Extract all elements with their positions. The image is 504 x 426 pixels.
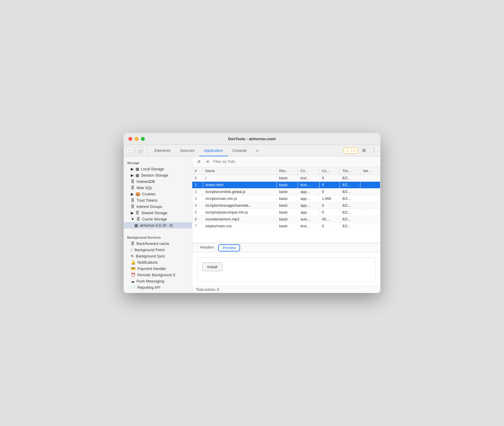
sidebar-item-session-storage[interactable]: ▶ ▦ Session Storage — [124, 172, 192, 178]
cache-table: # Name Res… Co… Co… Tim… Var… 0 / basic … — [192, 167, 380, 243]
table-row[interactable]: 1 /index.html basic text… 0 8/2… — [192, 182, 380, 189]
cell-res: basic — [276, 223, 298, 230]
cell-name: /index.html — [203, 182, 276, 189]
tab-more[interactable]: » — [251, 145, 263, 156]
cell-co1: text… — [298, 223, 319, 230]
sync-icon: ↻ — [131, 254, 134, 258]
sidebar-item-cookies[interactable]: ▶ 🍪 Cookies — [124, 191, 192, 197]
cell-res: basic — [276, 216, 298, 223]
bg-services-label: Background Services — [124, 233, 192, 240]
sidebar-item-bg-fetch[interactable]: ↕ Background Fetch — [124, 247, 192, 253]
tab-elements[interactable]: Elements — [150, 145, 175, 156]
cell-co1: aud… — [298, 216, 319, 223]
cell-name: /scripts/pwacompat.min.js — [203, 209, 276, 216]
content-area: ↺ ✕ # Name Res… Co… Co… Tim… V — [192, 156, 380, 293]
minimize-button[interactable] — [135, 137, 139, 141]
cell-id: 4 — [192, 202, 203, 209]
sidebar-item-reporting-api[interactable]: 📄 Reporting API — [124, 284, 192, 291]
sidebar-item-back-forward[interactable]: 🗄 Back/forward cache — [124, 240, 192, 247]
sidebar-item-cache-storage[interactable]: ▼ 🗄 Cache Storage — [124, 216, 192, 222]
sidebar-item-payment-handler[interactable]: 💳 Payment Handler — [124, 266, 192, 272]
install-button[interactable]: Install — [202, 263, 222, 271]
devtools-window: DevTools - airhorner.com/ ⬚ ⬜ Elements S… — [124, 133, 380, 293]
table-row[interactable]: 0 / basic text… 0 8/2… — [192, 175, 380, 182]
table-row[interactable]: 4 /scripts/messagechannela… basic app… 0… — [192, 202, 380, 209]
cell-time: 8/2… — [340, 209, 360, 216]
expand-arrow-icon: ▼ — [131, 217, 135, 221]
cell-co2: 1,460 — [319, 195, 340, 202]
sidebar-item-bg-sync[interactable]: ↻ Background Sync — [124, 253, 192, 259]
more-options-icon[interactable]: ⋮ — [370, 147, 378, 155]
table-row[interactable]: 5 /scripts/pwacompat.min.js basic app… 0… — [192, 209, 380, 216]
cell-res: basic — [276, 195, 298, 202]
cell-res: basic — [276, 182, 298, 189]
window-title: DevTools - airhorner.com/ — [228, 137, 276, 141]
clear-button[interactable]: ✕ — [204, 158, 211, 165]
table-row[interactable]: 6 /sounds/airhorn.mp3 basic aud… 40,… 8/… — [192, 216, 380, 223]
bottom-panel: Headers Preview Install — [192, 243, 380, 286]
sidebar-item-local-storage[interactable]: ▶ ▦ Local Storage — [124, 166, 192, 172]
cell-res: basic — [276, 189, 298, 195]
cell-var — [360, 195, 380, 202]
title-bar: DevTools - airhorner.com/ — [124, 133, 380, 145]
storage-db-icon: ▦ — [136, 167, 139, 171]
bell-icon: 🔔 — [131, 260, 136, 265]
close-button[interactable] — [128, 137, 132, 141]
sidebar-item-shared-storage[interactable]: ▶ 🗄 Shared Storage — [124, 210, 192, 216]
db-icon: 🗄 — [136, 211, 139, 215]
cell-co2: 0 — [319, 209, 340, 216]
db-icon: 🗄 — [131, 198, 135, 203]
sidebar-item-interest-groups[interactable]: 🗄 Interest Groups — [124, 203, 192, 210]
arrow-icon: ▶ — [131, 192, 134, 196]
cell-co1: text… — [298, 182, 319, 189]
filter-bar: ↺ ✕ — [192, 156, 380, 167]
cell-name: /scripts/comlink.global.js — [203, 189, 276, 195]
db-icon: 🗄 — [131, 241, 135, 246]
col-time: Tim… — [340, 167, 360, 175]
cell-id: 0 — [192, 175, 203, 182]
sidebar-item-cache-entry[interactable]: ▦ airhorner-0.6.20 - ht — [124, 222, 192, 229]
tab-sources[interactable]: Sources — [175, 145, 199, 156]
db-icon: 🗄 — [136, 217, 140, 221]
cell-co2: 0 — [319, 223, 340, 230]
tab-bar-icons: ⬚ ⬜ — [126, 145, 147, 156]
cell-co1: app… — [298, 189, 319, 195]
tab-headers[interactable]: Headers — [196, 243, 218, 252]
cell-id: 3 — [192, 195, 203, 202]
card-icon: 💳 — [131, 266, 136, 271]
arrow-icon: ▶ — [131, 167, 134, 171]
cell-co2: 0 — [319, 189, 340, 195]
db-icon: 🗄 — [131, 179, 135, 184]
table-header-row: # Name Res… Co… Co… Tim… Var… — [192, 167, 380, 175]
clock-icon: ⏰ — [131, 273, 136, 277]
cell-time: 8/2… — [340, 223, 360, 230]
warning-badge[interactable]: ⚠ ⚠ 2 — [344, 148, 358, 154]
table-row[interactable]: 3 /scripts/main.min.js basic app… 1,460 … — [192, 195, 380, 202]
settings-icon[interactable]: ⚙ — [360, 147, 368, 155]
sidebar-item-web-sql[interactable]: 🗄 Web SQL — [124, 185, 192, 191]
sidebar-item-periodic-bg-sync[interactable]: ⏰ Periodic Background S — [124, 272, 192, 278]
tab-console[interactable]: Console — [228, 145, 252, 156]
device-toolbar-icon[interactable]: ⬜ — [136, 147, 143, 155]
table-row[interactable]: 7 /styles/main.css basic text… 0 8/2… — [192, 223, 380, 230]
cell-time: 8/2… — [340, 189, 360, 195]
cookie-icon: 🍪 — [136, 192, 140, 196]
filter-input[interactable] — [213, 160, 377, 164]
sidebar-item-notifications[interactable]: 🔔 Notifications — [124, 259, 192, 266]
cell-var — [360, 223, 380, 230]
sidebar-item-indexeddb[interactable]: 🗄 IndexedDB — [124, 178, 192, 185]
cell-res: basic — [276, 175, 298, 182]
cloud-icon: ☁ — [131, 279, 135, 283]
tab-bar: ⬚ ⬜ Elements Sources Application Console… — [124, 145, 380, 156]
cell-time: 8/2… — [340, 182, 360, 189]
maximize-button[interactable] — [141, 137, 145, 141]
sidebar-item-trust-tokens[interactable]: 🗄 Trust Tokens — [124, 197, 192, 203]
refresh-button[interactable]: ↺ — [195, 158, 202, 165]
tab-preview[interactable]: Preview — [218, 244, 240, 251]
sidebar-item-push-messaging[interactable]: ☁ Push Messaging — [124, 278, 192, 284]
tab-application[interactable]: Application — [199, 145, 228, 156]
table-row[interactable]: 2 /scripts/comlink.global.js basic app… … — [192, 189, 380, 195]
inspect-element-icon[interactable]: ⬚ — [126, 147, 134, 155]
col-response-type: Res… — [276, 167, 298, 175]
cell-co2: 0 — [319, 182, 340, 189]
